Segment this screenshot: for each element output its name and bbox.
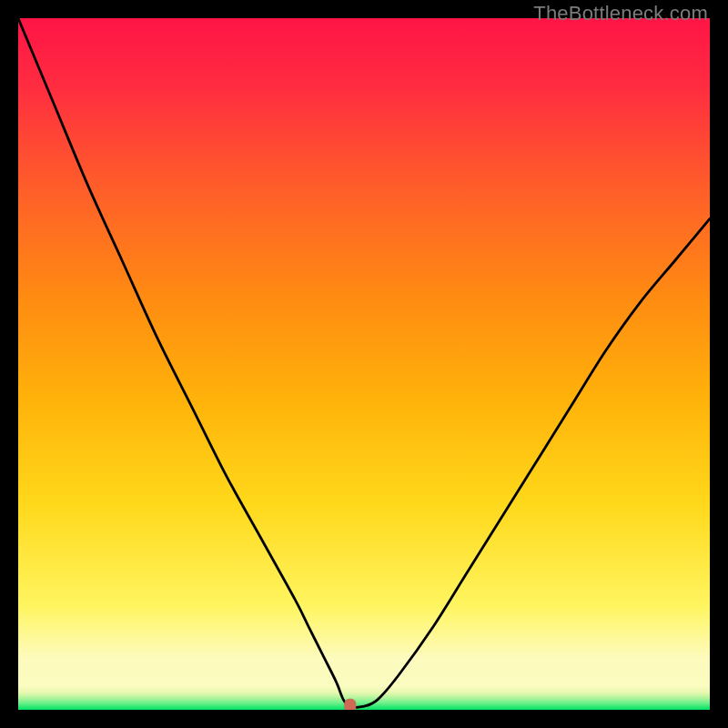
chart-frame: TheBottleneck.com: [0, 0, 728, 728]
chart-background: [18, 18, 710, 710]
watermark-text: TheBottleneck.com: [533, 2, 708, 25]
bottleneck-chart: [18, 18, 710, 710]
marker-dot: [345, 699, 356, 710]
